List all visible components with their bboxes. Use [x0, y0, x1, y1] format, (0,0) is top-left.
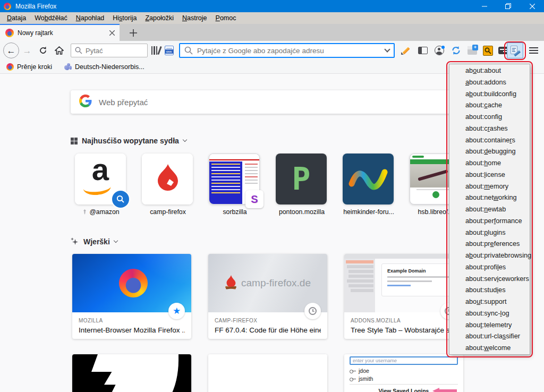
back-button[interactable]: ← [3, 42, 19, 58]
about-menu-item-about-support[interactable]: about:support [449, 296, 530, 308]
menu-zapo-o-ki[interactable]: Zapołožki [141, 12, 178, 24]
dictionary-favicon-icon [64, 63, 72, 71]
about-menu-item-about-profiles[interactable]: about:profiles [449, 262, 530, 274]
forward-button[interactable]: → [19, 42, 35, 58]
card-source: ADDONS.MOZILLA [351, 318, 457, 323]
highlighter-extension-button[interactable] [400, 44, 412, 57]
highlight-card-campfirefox[interactable]: camp-firefox.de CAMP-FIREFOX FF 67.0.4: … [208, 254, 327, 339]
highlight-card-treestyletab[interactable]: Example Domain ADDONS.MOZILLA Tree Style… [344, 254, 463, 339]
key-icon [350, 377, 356, 381]
home-button[interactable] [51, 42, 67, 58]
topsite-label: pontoon.mozilla [268, 208, 336, 216]
newtab-search-box[interactable]: Web přepytać [71, 90, 473, 114]
chevron-down-icon[interactable] [183, 138, 187, 142]
about-menu-item-about-preferences[interactable]: about:preferences [449, 238, 530, 250]
about-menu-item-about-debugging[interactable]: about:debugging [449, 146, 530, 158]
about-menu-item-about-about[interactable]: about:about [449, 65, 530, 77]
toolbar-search-field[interactable]: Pytać [71, 44, 148, 57]
about-menu-item-about-plugins[interactable]: about:plugins [449, 227, 530, 239]
reload-button[interactable] [35, 42, 51, 58]
menu-dataja[interactable]: Dataja [3, 12, 30, 24]
topsite-amazon[interactable]: a [75, 154, 126, 204]
search-extension-button[interactable] [481, 44, 494, 57]
highlight-card-mozilla[interactable]: ★ MOZILLA Internet-Browser Mozilla Firef… [72, 254, 191, 339]
notification-dot [441, 46, 445, 49]
urlbar-dropdown-chevron-icon[interactable] [384, 46, 390, 52]
firefox-logo-icon [4, 3, 11, 10]
menubar: DatajaWobdźěłaćNapohladHistorijaZapołožk… [0, 12, 544, 24]
tab-bar: Nowy rajtark [0, 24, 544, 41]
about-menu-item-about-crashes[interactable]: about:crashes [449, 123, 530, 135]
about-menu-item-about-networking[interactable]: about:networking [449, 192, 530, 204]
about-menu-item-about-performance[interactable]: about:performance [449, 216, 530, 227]
highlight-card-logins[interactable]: enter your username jdoe jsmith View Sav… [344, 354, 463, 392]
card-source: MOZILLA [79, 318, 185, 323]
about-menu-item-about-serviceworkers[interactable]: about:serviceworkers [449, 274, 530, 285]
sidebar-toggle-button[interactable] [416, 44, 429, 57]
topsite-pontoon[interactable]: P [276, 154, 327, 204]
about-menu-item-about-config[interactable]: about:config [449, 112, 530, 123]
about-menu-item-about-license[interactable]: about:license [449, 169, 530, 181]
menu-pomoc[interactable]: Pomoc [211, 12, 241, 24]
about-menu-item-about-welcome[interactable]: about:welcome [449, 343, 530, 354]
topsite-label-amazon: @amazon [67, 208, 135, 216]
library-button[interactable] [149, 44, 162, 57]
bookmark-dictionary[interactable]: Deutsch-Niedersorbis... [64, 63, 144, 71]
urlbar[interactable]: Pytajće z Google abo zapodajće adresu [179, 43, 395, 58]
grid-icon [71, 138, 78, 144]
amazon-logo: a [75, 154, 126, 187]
menu-napohlad[interactable]: Napohlad [72, 12, 109, 24]
menu-wobd-a[interactable]: Wobdźěłać [30, 12, 72, 24]
toolbar-search-placeholder: Pytać [86, 47, 103, 55]
tab-label: Nowy rajtark [18, 29, 53, 37]
topsite-label: sorbzilla [201, 208, 269, 216]
about-menu-item-about-home[interactable]: about:home [449, 158, 530, 169]
forward-arrow-icon: → [23, 46, 32, 55]
about-menu-item-about-studies[interactable]: about:studies [449, 285, 530, 296]
app-menu-button[interactable] [529, 46, 538, 55]
highlights-header: Wjerški [71, 237, 117, 246]
chevron-down-icon[interactable] [114, 238, 118, 243]
annotation-arrow-icon [432, 388, 457, 392]
screenshot-extension-button[interactable]: + [466, 44, 479, 57]
tab-new-tab[interactable]: Nowy rajtark [0, 24, 120, 41]
bookmark-label: Prěnje kroki [17, 63, 52, 71]
css-extension-button[interactable]: css [163, 44, 175, 57]
menu-historija[interactable]: Historija [108, 12, 141, 24]
highlight-card-bottom-1[interactable] [72, 354, 191, 392]
about-pages-menu-button[interactable] [507, 42, 523, 58]
about-menu-item-about-memory[interactable]: about:memory [449, 181, 530, 193]
restore-button[interactable] [496, 0, 520, 12]
urlbar-search-icon [184, 46, 193, 55]
topsite-heimkinder[interactable] [343, 154, 394, 204]
highlight-card-bottom-2[interactable] [208, 354, 327, 392]
minimize-button[interactable] [472, 0, 496, 12]
orange-search-icon [483, 46, 493, 56]
card-title: Tree Style Tab – Wobstarajće sej ro [351, 326, 457, 334]
about-menu-item-about-sync-log[interactable]: about:sync-log [449, 308, 530, 320]
about-menu-item-about-cache[interactable]: about:cache [449, 100, 530, 112]
bookmark-firstrun[interactable]: Prěnje kroki [6, 63, 52, 71]
topsite-camp-firefox[interactable] [142, 154, 193, 204]
about-menu-item-about-containers[interactable]: about:containers [449, 135, 530, 147]
menu-nastroje[interactable]: Nastroje [178, 12, 211, 24]
document-pen-icon [511, 46, 520, 55]
key-icon [350, 369, 356, 373]
topsite-sorbzilla[interactable]: S [209, 154, 260, 204]
about-menu-item-about-telemetry[interactable]: about:telemetry [449, 320, 530, 331]
about-menu-item-about-url-classifier[interactable]: about:url-classifier [449, 331, 530, 343]
pencil-icon [401, 46, 411, 55]
close-button[interactable] [520, 0, 544, 12]
sorbzilla-favicon-badge: S [245, 190, 264, 208]
about-menu-item-about-privatebrowsing[interactable]: about:privatebrowsing [449, 250, 530, 262]
google-logo-icon [79, 95, 92, 109]
about-menu-item-about-buildconfig[interactable]: about:buildconfig [449, 89, 530, 100]
urlbar-placeholder: Pytajće z Google abo zapodajće adresu [197, 47, 385, 55]
sync-button[interactable] [449, 44, 462, 57]
new-tab-button[interactable] [126, 26, 141, 40]
about-menu-item-about-newtab[interactable]: about:newtab [449, 204, 530, 216]
titlebar: Mozilla Firefox [0, 0, 544, 12]
about-menu-item-about-addons[interactable]: about:addons [449, 77, 530, 89]
account-button[interactable] [433, 44, 446, 57]
tab-close-icon[interactable] [109, 28, 115, 38]
